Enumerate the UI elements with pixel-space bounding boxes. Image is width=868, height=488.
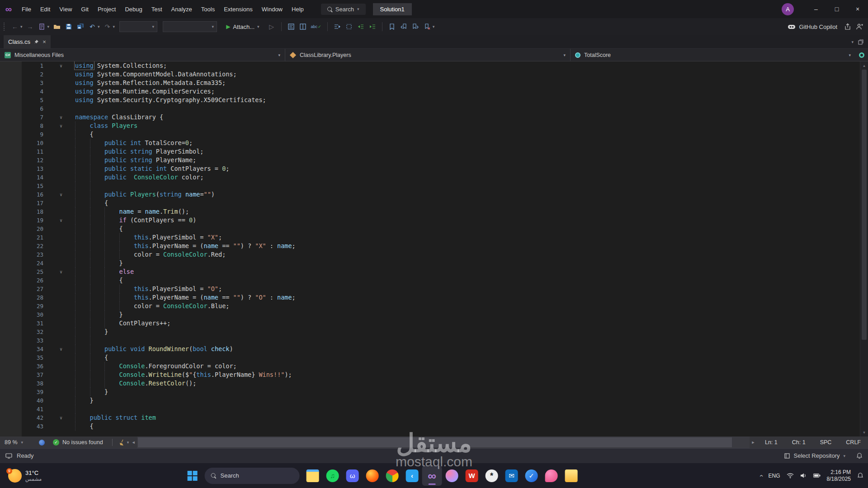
save-all-icon[interactable]	[75, 22, 85, 32]
wifi-icon[interactable]	[787, 473, 794, 479]
code-text[interactable]: else	[72, 267, 860, 276]
new-project-caret-icon[interactable]: ▾	[47, 24, 50, 29]
notifications-bell-icon[interactable]	[856, 453, 863, 459]
type-dropdown[interactable]: ClassLibrary.Players ▾	[285, 49, 571, 61]
code-text[interactable]: namespace ClassLibrary {	[72, 113, 860, 122]
redo-icon[interactable]: ↷	[103, 22, 113, 32]
code-text[interactable]: public int TotalScore=0;	[72, 139, 860, 147]
float-window-icon[interactable]	[858, 39, 863, 45]
code-text[interactable]: Console.WriteLine($"{this.PlayerName} Wi…	[72, 371, 860, 379]
vertical-scrollbar[interactable]: ▴ ▾	[860, 61, 868, 436]
tab-class-cs[interactable]: Class.cs ×	[4, 35, 51, 48]
menu-debug[interactable]: Debug	[120, 0, 146, 18]
scroll-left-icon[interactable]: ◄	[130, 440, 137, 445]
horizontal-scrollbar[interactable]: ◄ ►	[130, 436, 757, 448]
taskbar-app-spotify[interactable]: ♫	[323, 466, 343, 486]
taskbar-app-folder[interactable]	[561, 466, 581, 486]
menu-tools[interactable]: Tools	[197, 0, 219, 18]
fold-chevron-icon[interactable]: ∨	[50, 122, 72, 130]
code-text[interactable]: }	[72, 259, 860, 267]
taskbar-app-chatgpt[interactable]: *	[482, 466, 502, 486]
taskbar-app-chrome[interactable]	[382, 466, 402, 486]
share-icon[interactable]	[843, 22, 853, 32]
indent-decrease-icon[interactable]	[356, 22, 366, 32]
settings-gear-icon[interactable]	[859, 52, 864, 58]
toggle-bookmark-icon[interactable]	[387, 22, 397, 32]
weather-widget[interactable]: 9 31°C مشمس	[5, 463, 45, 488]
add-account-icon[interactable]	[854, 22, 864, 32]
menu-file[interactable]: File	[17, 0, 36, 18]
code-text[interactable]: Console.ResetColor();	[72, 379, 860, 388]
close-tab-icon[interactable]: ×	[42, 38, 46, 45]
fold-chevron-icon[interactable]: ∨	[50, 216, 72, 225]
attach-button[interactable]: ▶ Attach... ▾	[222, 22, 263, 32]
maximize-button[interactable]: □	[826, 0, 847, 18]
document-outline-icon[interactable]	[286, 22, 296, 32]
line-indicator[interactable]: Ln: 1	[758, 439, 785, 446]
code-text[interactable]: public string PlayerSimbol;	[72, 147, 860, 156]
taskbar-app-outlook[interactable]: ✉	[502, 466, 522, 486]
code-text[interactable]	[72, 405, 860, 413]
code-text[interactable]: color = ConsoleColor.Blue;	[72, 302, 860, 310]
undo-icon[interactable]: ↶	[87, 22, 97, 32]
vertical-scrollbar-thumb[interactable]	[862, 70, 867, 340]
minimize-button[interactable]: –	[806, 0, 826, 18]
code-cleanup-icon[interactable]	[117, 437, 127, 447]
code-text[interactable]: {	[72, 225, 860, 233]
scroll-right-icon[interactable]: ►	[750, 440, 757, 445]
code-text[interactable]: }	[72, 396, 860, 405]
project-dropdown[interactable]: C# Miscellaneous Files ▾	[0, 49, 285, 61]
code-text[interactable]: public struct item	[72, 413, 860, 422]
undo-caret-icon[interactable]: ▾	[98, 24, 100, 29]
start-without-debugging-icon[interactable]: ▷	[267, 22, 277, 32]
horizontal-scrollbar-track[interactable]	[137, 436, 750, 448]
solution-name[interactable]: Solution1	[373, 3, 412, 15]
configuration-combobox[interactable]: ▾	[119, 21, 157, 32]
document-health-indicator[interactable]: ✓ No issues found	[48, 439, 108, 446]
code-text[interactable]: using System.Reflection.Metadata.Ecma335…	[72, 79, 860, 87]
taskbar-app-krita[interactable]	[542, 466, 561, 486]
code-text[interactable]: this.PlayerSimbol = "O";	[72, 285, 860, 293]
code-text[interactable]: this.PlayerSimbol = "X";	[72, 233, 860, 242]
taskbar-app-photos[interactable]	[442, 466, 462, 486]
navigate-backward-icon[interactable]: ←	[10, 22, 20, 32]
navigate-backward-caret-icon[interactable]: ▾	[20, 24, 23, 29]
fold-chevron-icon[interactable]: ∨	[50, 190, 72, 199]
scroll-up-icon[interactable]: ▴	[860, 63, 868, 68]
scroll-down-icon[interactable]: ▾	[860, 430, 868, 435]
code-text[interactable]: public void RoundWinner(bool check)	[72, 345, 860, 353]
spell-check-icon[interactable]: abc✓	[310, 22, 323, 32]
notification-center-icon[interactable]	[857, 473, 863, 479]
fold-chevron-icon[interactable]: ∨	[50, 413, 72, 422]
taskbar-search[interactable]: Search	[205, 468, 300, 484]
taskbar-app-vscode[interactable]: ‹	[402, 466, 422, 486]
code-text[interactable]: {	[72, 276, 860, 285]
code-text[interactable]: {	[72, 353, 860, 362]
fold-chevron-icon[interactable]: ∨	[50, 345, 72, 353]
code-text[interactable]: {	[72, 422, 860, 431]
menu-extensions[interactable]: Extensions	[219, 0, 257, 18]
menu-view[interactable]: View	[55, 0, 76, 18]
fold-chevron-icon[interactable]: ∨	[50, 113, 72, 122]
navigate-forward-icon[interactable]: →	[25, 22, 35, 32]
character-indicator[interactable]: Ch: 1	[785, 439, 813, 446]
clear-bookmarks-icon[interactable]	[422, 22, 432, 32]
select-repository-button[interactable]: Select Repository ▾	[780, 451, 849, 460]
code-text[interactable]: this.PlayerName = (name == "") ? "O" : n…	[72, 293, 860, 302]
close-button[interactable]: ×	[847, 0, 868, 18]
active-files-caret-icon[interactable]: ▾	[851, 40, 854, 44]
code-text[interactable]: class Players	[72, 122, 860, 130]
code-text[interactable]	[72, 182, 860, 190]
battery-icon[interactable]	[813, 473, 821, 478]
code-text[interactable]: using System.ComponentModel.DataAnnotati…	[72, 70, 860, 79]
next-bookmark-icon[interactable]	[410, 22, 420, 32]
taskbar-app-discord[interactable]: ω	[343, 466, 363, 486]
account-avatar[interactable]: A	[782, 3, 794, 15]
member-dropdown[interactable]: TotalScore ▾	[571, 49, 855, 61]
code-text[interactable]: {	[72, 199, 860, 207]
code-editor[interactable]: 1∨using System.Collections;2using System…	[0, 61, 868, 436]
platform-combobox[interactable]: ▾	[163, 21, 217, 32]
spaces-indicator[interactable]: SPC	[813, 439, 839, 446]
search-box[interactable]: Search ▾	[321, 4, 366, 15]
code-text[interactable]: }	[72, 328, 860, 336]
